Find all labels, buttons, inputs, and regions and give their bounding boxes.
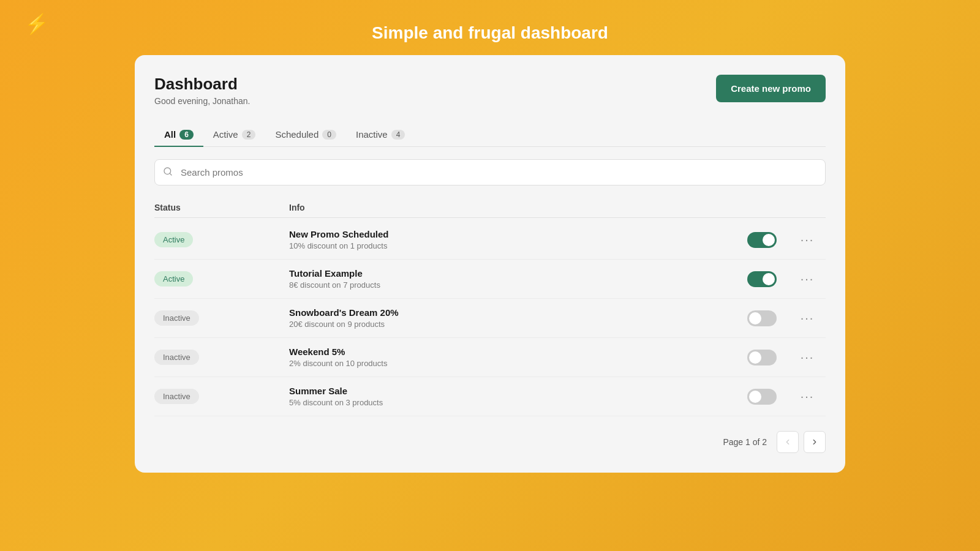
more-options-button[interactable]: ··· <box>796 309 820 328</box>
table-row: Inactive Snowboard's Dream 20% 20€ disco… <box>154 299 826 338</box>
row-status-cell: Inactive <box>154 350 289 365</box>
promo-title: Weekend 5% <box>289 347 715 357</box>
tab-scheduled-badge: 0 <box>322 130 336 140</box>
dashboard-title: Dashboard <box>154 75 250 94</box>
dashboard-container: Dashboard Good evening, Jonathan. Create… <box>135 55 845 473</box>
status-badge: Inactive <box>154 310 199 326</box>
row-status-cell: Inactive <box>154 310 289 326</box>
column-toggle <box>715 203 789 212</box>
row-toggle-cell <box>715 310 789 326</box>
create-promo-button[interactable]: Create new promo <box>716 75 826 102</box>
row-more-cell: ··· <box>789 230 826 249</box>
row-more-cell: ··· <box>789 348 826 367</box>
row-status-cell: Inactive <box>154 389 289 404</box>
row-toggle-cell <box>715 271 789 287</box>
tab-inactive-label: Inactive <box>356 129 388 140</box>
promo-toggle[interactable] <box>747 389 777 405</box>
pagination-prev-button[interactable] <box>777 431 799 453</box>
more-options-button[interactable]: ··· <box>796 269 820 288</box>
row-toggle-cell <box>715 389 789 405</box>
tab-scheduled[interactable]: Scheduled 0 <box>265 123 346 147</box>
row-info-cell: Weekend 5% 2% discount on 10 products <box>289 347 715 368</box>
search-icon <box>163 167 173 179</box>
tab-inactive-badge: 4 <box>391 130 405 140</box>
dashboard-heading: Dashboard Good evening, Jonathan. <box>154 75 250 106</box>
promo-toggle[interactable] <box>747 232 777 248</box>
row-toggle-cell <box>715 232 789 248</box>
tabs-container: All 6 Active 2 Scheduled 0 Inactive 4 <box>154 123 826 147</box>
promo-title: Summer Sale <box>289 386 715 396</box>
tab-all-badge: 6 <box>179 130 194 140</box>
promo-subtitle: 10% discount on 1 products <box>289 241 715 250</box>
table-row: Inactive Summer Sale 5% discount on 3 pr… <box>154 377 826 416</box>
promo-subtitle: 8€ discount on 7 products <box>289 280 715 290</box>
promo-toggle[interactable] <box>747 310 777 326</box>
row-info-cell: Snowboard's Dream 20% 20€ discount on 9 … <box>289 307 715 329</box>
tab-scheduled-label: Scheduled <box>275 129 318 140</box>
more-options-button[interactable]: ··· <box>796 387 820 406</box>
promo-title: Tutorial Example <box>289 268 715 279</box>
table-row: Active Tutorial Example 8€ discount on 7… <box>154 260 826 299</box>
search-container <box>154 159 826 186</box>
row-info-cell: Tutorial Example 8€ discount on 7 produc… <box>289 268 715 290</box>
column-status: Status <box>154 203 289 212</box>
page-title: Simple and frugal dashboard <box>0 23 980 43</box>
row-status-cell: Active <box>154 271 289 287</box>
dashboard-header: Dashboard Good evening, Jonathan. Create… <box>154 75 826 106</box>
table-header: Status Info <box>154 198 826 218</box>
status-badge: Inactive <box>154 350 199 365</box>
status-badge: Active <box>154 232 193 247</box>
promo-title: New Promo Scheduled <box>289 229 715 239</box>
promo-subtitle: 2% discount on 10 products <box>289 359 715 368</box>
more-options-button[interactable]: ··· <box>796 230 820 249</box>
tab-all[interactable]: All 6 <box>154 123 203 147</box>
pagination-text: Page 1 of 2 <box>723 437 767 447</box>
table-row: Inactive Weekend 5% 2% discount on 10 pr… <box>154 338 826 377</box>
table-row: Active New Promo Scheduled 10% discount … <box>154 220 826 260</box>
tab-inactive[interactable]: Inactive 4 <box>346 123 415 147</box>
tab-all-label: All <box>164 129 176 140</box>
pagination-container: Page 1 of 2 <box>154 431 826 453</box>
row-more-cell: ··· <box>789 269 826 288</box>
tab-active[interactable]: Active 2 <box>203 123 266 147</box>
row-toggle-cell <box>715 350 789 365</box>
dashboard-subtitle: Good evening, Jonathan. <box>154 96 250 106</box>
status-badge: Inactive <box>154 389 199 404</box>
tab-active-label: Active <box>213 129 238 140</box>
column-more <box>789 203 826 212</box>
row-info-cell: New Promo Scheduled 10% discount on 1 pr… <box>289 229 715 250</box>
promo-toggle[interactable] <box>747 350 777 365</box>
column-info: Info <box>289 203 715 212</box>
promo-toggle[interactable] <box>747 271 777 287</box>
tab-active-badge: 2 <box>242 130 256 140</box>
pagination-next-button[interactable] <box>804 431 826 453</box>
search-input[interactable] <box>154 159 826 186</box>
svg-line-1 <box>170 173 172 175</box>
row-info-cell: Summer Sale 5% discount on 3 products <box>289 386 715 407</box>
row-more-cell: ··· <box>789 309 826 328</box>
row-more-cell: ··· <box>789 387 826 406</box>
promo-subtitle: 5% discount on 3 products <box>289 398 715 407</box>
row-status-cell: Active <box>154 232 289 247</box>
promo-subtitle: 20€ discount on 9 products <box>289 320 715 329</box>
promo-title: Snowboard's Dream 20% <box>289 307 715 318</box>
more-options-button[interactable]: ··· <box>796 348 820 367</box>
status-badge: Active <box>154 271 193 287</box>
